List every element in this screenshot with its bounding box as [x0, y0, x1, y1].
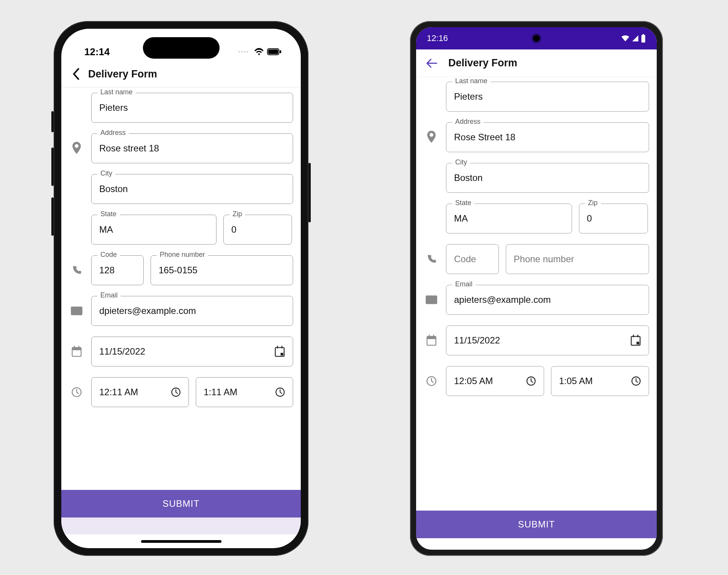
field-value: 12:05 AM — [454, 376, 493, 386]
email-field[interactable]: Email apieters@example.com — [446, 285, 649, 315]
field-value: 0 — [587, 213, 592, 224]
android-form: Last name Pieters Address Rose Street 18 — [416, 77, 657, 515]
field-value: Rose street 18 — [99, 143, 159, 154]
svg-rect-9 — [282, 346, 282, 348]
field-value: 12:11 AM — [99, 387, 138, 398]
lastname-field[interactable]: Last name Pieters — [91, 93, 293, 123]
field-value: MA — [99, 224, 113, 235]
iphone-side-button — [308, 163, 311, 222]
email-field[interactable]: Email dpieters@example.com — [91, 296, 293, 326]
time-to-field[interactable]: 1:11 AM — [196, 377, 293, 407]
ios-form: Last name Pieters Address Rose street 18 — [61, 87, 301, 511]
home-indicator — [141, 540, 221, 543]
field-value: 165-0155 — [159, 265, 197, 276]
address-field[interactable]: Address Rose Street 18 — [446, 122, 649, 152]
city-field[interactable]: City Boston — [446, 163, 649, 193]
phone-number-field[interactable]: Phone number 165-0155 — [151, 255, 293, 285]
calendar-picker-icon[interactable] — [630, 335, 641, 346]
date-field[interactable]: 11/15/2022 — [91, 337, 293, 366]
svg-rect-1 — [268, 49, 278, 54]
field-value: apieters@example.com — [454, 294, 551, 305]
location-icon — [69, 142, 84, 155]
clock-picker-icon[interactable] — [631, 376, 641, 386]
phone-code-field[interactable]: Code — [446, 244, 499, 274]
page-title: Delivery Form — [448, 57, 517, 69]
state-field[interactable]: State MA — [446, 204, 572, 233]
clock-picker-icon[interactable] — [171, 387, 181, 397]
back-button[interactable] — [72, 68, 80, 80]
svg-rect-23 — [636, 342, 639, 344]
back-button[interactable] — [426, 58, 438, 68]
zip-field[interactable]: Zip 0 — [223, 215, 292, 245]
calendar-picker-icon[interactable] — [274, 346, 285, 357]
field-value: Boston — [454, 172, 483, 183]
field-label: Address — [452, 118, 484, 126]
field-value: MA — [454, 213, 468, 224]
field-label: City — [452, 158, 470, 166]
field-value: 128 — [99, 265, 115, 276]
clock-picker-icon[interactable] — [275, 387, 285, 397]
field-value: Boston — [99, 184, 128, 194]
iphone-side-button — [51, 111, 54, 132]
submit-button[interactable]: SUBMIT — [416, 511, 657, 538]
page-title: Delivery Form — [88, 68, 157, 80]
clock-picker-icon[interactable] — [526, 376, 536, 386]
svg-rect-18 — [429, 335, 430, 337]
svg-rect-22 — [638, 335, 638, 337]
date-field[interactable]: 11/15/2022 — [446, 325, 649, 355]
ios-submit-area: SUBMIT — [61, 490, 301, 548]
svg-rect-19 — [433, 335, 434, 337]
field-label: Phone number — [157, 251, 208, 259]
zip-field[interactable]: Zip 0 — [579, 204, 648, 233]
cellular-icon — [631, 34, 639, 42]
phone-code-field[interactable]: Code 128 — [91, 255, 144, 285]
field-label: Code — [97, 251, 120, 259]
field-value: 11/15/2022 — [454, 335, 500, 346]
field-value: 11/15/2022 — [99, 346, 145, 357]
time-to-field[interactable]: 1:05 AM — [551, 366, 649, 396]
svg-rect-8 — [277, 346, 278, 348]
submit-label: SUBMIT — [162, 498, 200, 509]
field-value: Rose Street 18 — [454, 132, 515, 143]
battery-icon — [641, 34, 646, 43]
field-label: Zip — [230, 210, 245, 218]
time-from-field[interactable]: 12:11 AM — [91, 377, 189, 407]
battery-icon — [267, 48, 282, 55]
field-label: Email — [97, 291, 121, 299]
phone-number-field[interactable]: Phone number — [506, 244, 649, 274]
ios-status-time: 12:14 — [84, 46, 110, 58]
field-label: Email — [452, 280, 475, 288]
android-status-bar: 12:16 — [416, 27, 657, 49]
email-icon — [424, 295, 439, 304]
svg-rect-4 — [72, 348, 81, 350]
svg-rect-21 — [633, 335, 634, 337]
svg-rect-17 — [427, 337, 436, 339]
field-value: 1:05 AM — [559, 376, 593, 386]
time-from-field[interactable]: 12:05 AM — [446, 366, 544, 396]
field-value: Pieters — [454, 91, 483, 102]
submit-button[interactable]: SUBMIT — [61, 490, 301, 518]
field-value: 0 — [231, 224, 236, 235]
android-app-bar: Delivery Form — [416, 49, 657, 77]
iphone-side-button — [51, 148, 54, 186]
field-value: 1:11 AM — [204, 387, 238, 398]
android-status-time: 12:16 — [427, 33, 448, 43]
lastname-field[interactable]: Last name Pieters — [446, 82, 649, 112]
address-field[interactable]: Address Rose street 18 — [91, 133, 293, 163]
submit-label: SUBMIT — [518, 519, 555, 530]
android-device-frame: 12:16 Delivery Form Last name Pieters — [410, 21, 663, 556]
state-field[interactable]: State MA — [91, 215, 216, 245]
android-submit-area: SUBMIT — [416, 511, 657, 550]
calendar-icon — [69, 346, 84, 357]
location-icon — [424, 131, 439, 144]
iphone-device-frame: 12:14 Delivery Form — [54, 21, 308, 556]
field-placeholder: Code — [454, 254, 476, 264]
svg-rect-14 — [641, 35, 645, 43]
field-placeholder: Phone number — [514, 254, 574, 264]
phone-icon — [69, 265, 84, 276]
wifi-icon — [254, 48, 264, 56]
svg-rect-15 — [643, 34, 644, 35]
cellular-dots-icon — [238, 51, 248, 53]
field-label: City — [97, 169, 115, 177]
city-field[interactable]: City Boston — [91, 174, 293, 204]
